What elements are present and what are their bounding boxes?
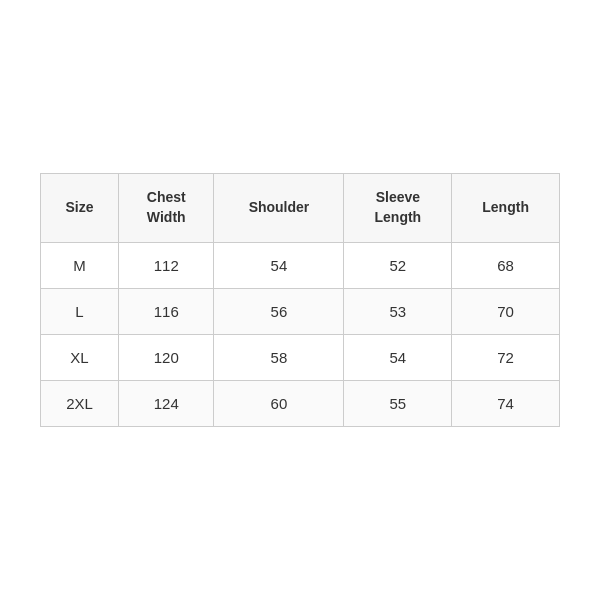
cell-2-3: 54 bbox=[344, 334, 452, 380]
cell-0-1: 112 bbox=[119, 242, 214, 288]
cell-3-3: 55 bbox=[344, 380, 452, 426]
cell-2-1: 120 bbox=[119, 334, 214, 380]
cell-0-4: 68 bbox=[452, 242, 560, 288]
cell-1-1: 116 bbox=[119, 288, 214, 334]
cell-0-3: 52 bbox=[344, 242, 452, 288]
cell-3-4: 74 bbox=[452, 380, 560, 426]
col-header-chest-width: ChestWidth bbox=[119, 174, 214, 242]
cell-2-4: 72 bbox=[452, 334, 560, 380]
cell-0-2: 54 bbox=[214, 242, 344, 288]
table-body: M112545268L116565370XL1205854722XL124605… bbox=[41, 242, 560, 426]
col-header-size: Size bbox=[41, 174, 119, 242]
table-header-row: Size ChestWidth Shoulder SleeveLength Le… bbox=[41, 174, 560, 242]
col-header-shoulder: Shoulder bbox=[214, 174, 344, 242]
cell-2-0: XL bbox=[41, 334, 119, 380]
size-chart-container: Size ChestWidth Shoulder SleeveLength Le… bbox=[40, 173, 560, 426]
cell-1-2: 56 bbox=[214, 288, 344, 334]
size-chart-table: Size ChestWidth Shoulder SleeveLength Le… bbox=[40, 173, 560, 426]
table-row: L116565370 bbox=[41, 288, 560, 334]
cell-3-2: 60 bbox=[214, 380, 344, 426]
cell-0-0: M bbox=[41, 242, 119, 288]
table-row: M112545268 bbox=[41, 242, 560, 288]
cell-3-0: 2XL bbox=[41, 380, 119, 426]
cell-3-1: 124 bbox=[119, 380, 214, 426]
cell-2-2: 58 bbox=[214, 334, 344, 380]
col-header-sleeve-length: SleeveLength bbox=[344, 174, 452, 242]
cell-1-0: L bbox=[41, 288, 119, 334]
table-row: XL120585472 bbox=[41, 334, 560, 380]
cell-1-4: 70 bbox=[452, 288, 560, 334]
table-row: 2XL124605574 bbox=[41, 380, 560, 426]
cell-1-3: 53 bbox=[344, 288, 452, 334]
col-header-length: Length bbox=[452, 174, 560, 242]
